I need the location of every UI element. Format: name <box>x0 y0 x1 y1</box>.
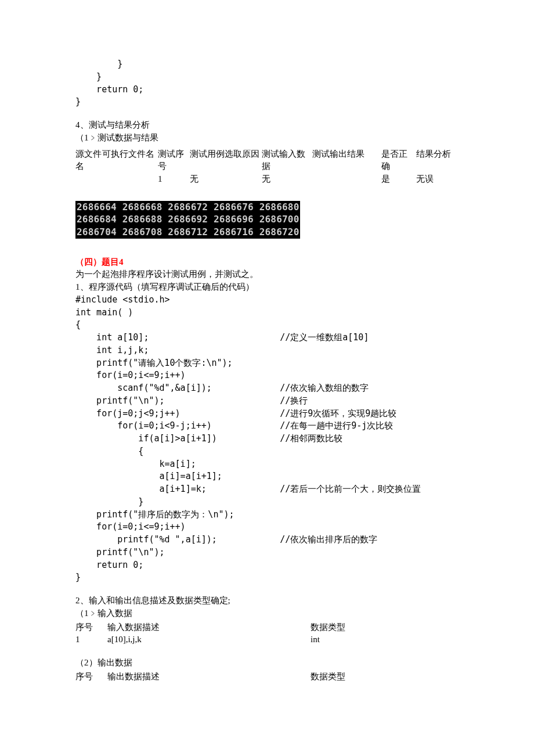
console-output: 2686664 2686668 2686672 2686676 2686680 … <box>75 201 300 239</box>
input-table: 序号 输入数据描述 数据类型 1 a[10],i,j,k int <box>75 621 459 647</box>
table-row: 1 a[10],i,j,k int <box>75 633 459 646</box>
section-test-heading: 4、测试与结果分析 <box>75 119 459 132</box>
table-header-row: 序号 输入数据描述 数据类型 <box>75 621 459 634</box>
td: 无 <box>190 173 262 186</box>
td <box>102 173 158 186</box>
table-row: 1 无 无 是 无误 <box>75 173 459 186</box>
th-exe-file: 可执行文件名 <box>102 148 158 174</box>
section-test-sub: （1﹥测试数据与结果 <box>75 132 459 145</box>
table-header-row: 序号 输出数据描述 数据类型 <box>75 671 459 683</box>
th-desc: 输出数据描述 <box>107 671 311 683</box>
code-block-q4: #include <stdio.h> int main( ) { int a[1… <box>75 294 459 584</box>
test-table: 源文件名 可执行文件名 测试序号 测试用例选取原因 测试输入数据 测试输出结果 … <box>75 148 459 186</box>
th-analysis: 结果分析 <box>416 148 459 174</box>
td: 无误 <box>416 173 459 186</box>
th-type: 数据类型 <box>311 621 427 634</box>
question-4-title: （四）题目4 <box>75 256 459 269</box>
th-no: 序号 <box>75 621 107 634</box>
th-output: 测试输出结果 <box>312 148 381 174</box>
td: 1 <box>158 173 190 186</box>
td: a[10],i,j,k <box>107 633 311 646</box>
input-heading: （1﹥输入数据 <box>75 607 459 620</box>
question-4-desc: 为一个起泡排序程序设计测试用例，并测试之。 <box>75 268 459 281</box>
td: int <box>311 633 427 646</box>
th-desc: 输入数据描述 <box>107 621 311 634</box>
td <box>312 173 381 186</box>
th-reason: 测试用例选取原因 <box>190 148 262 174</box>
td: 1 <box>75 633 107 646</box>
output-heading: （2）输出数据 <box>75 657 459 669</box>
th-no: 序号 <box>75 671 107 683</box>
td: 是 <box>381 173 416 186</box>
th-test-no: 测试序号 <box>158 148 190 174</box>
th-type: 数据类型 <box>311 671 427 683</box>
table-header-row: 源文件名 可执行文件名 测试序号 测试用例选取原因 测试输入数据 测试输出结果 … <box>75 148 459 174</box>
code-block-tail: } } return 0; } <box>75 58 459 109</box>
th-source-file: 源文件名 <box>75 148 102 174</box>
th-correct: 是否正确 <box>381 148 416 174</box>
td <box>75 173 102 186</box>
th-input: 测试输入数据 <box>262 148 312 174</box>
td: 无 <box>262 173 312 186</box>
code-heading: 1、程序源代码（填写程序调试正确后的代码） <box>75 281 459 294</box>
output-table: 序号 输出数据描述 数据类型 <box>75 671 459 683</box>
io-heading: 2、输入和输出信息描述及数据类型确定; <box>75 595 459 607</box>
